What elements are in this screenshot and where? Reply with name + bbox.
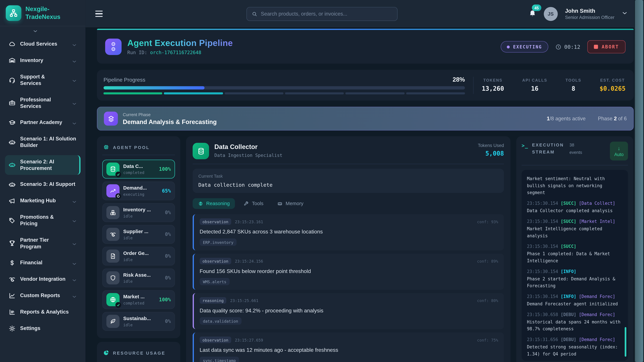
agent-card[interactable]: Sustainab...idle0% <box>102 312 175 331</box>
left-column: AGENT POOL Data C...completed100%Demand.… <box>97 136 180 362</box>
entry-tag: sync.timestamp <box>200 357 239 362</box>
resource-usage-panel: RESOURCE USAGE <box>97 342 180 362</box>
agent-pool-panel: AGENT POOL Data C...completed100%Demand.… <box>97 136 180 338</box>
agent-card[interactable]: Market ...completed100% <box>102 290 175 309</box>
entry-text: Detected 2,847 SKUs across 3 warehouse l… <box>200 229 498 235</box>
agent-card[interactable]: Order Ge...idle0% <box>102 247 175 266</box>
avatar[interactable]: JS <box>544 7 558 21</box>
sidebar-item-label: Partner Tier Program <box>20 237 68 250</box>
auto-scroll-button[interactable]: ↓ Auto <box>610 142 628 161</box>
arrow-down-icon: ↓ <box>618 145 620 151</box>
sidebar-item-financial[interactable]: Financial <box>5 256 80 270</box>
pie-chart-icon <box>103 350 109 356</box>
pipeline-accent-strip <box>97 29 634 30</box>
entry-timestamp: 23:15:23.161 <box>235 219 263 224</box>
sidebar-item-promotions-pricing[interactable]: Promotions & Pricing <box>5 211 80 230</box>
agent-card[interactable]: Data C...completed100% <box>102 160 175 179</box>
chevron-down-icon <box>72 277 77 282</box>
sidebar-item-custom-reports[interactable]: Custom Reports <box>5 289 80 303</box>
sidebar-item-partner-academy[interactable]: Partner Academy <box>5 116 80 129</box>
agent-card[interactable]: Inventory ...idle0% <box>102 203 175 222</box>
tab-label: Memory <box>286 201 304 206</box>
stream-entry: 23:15:31.656 [DEBU] [Demand Forec]Detect… <box>527 336 623 358</box>
sidebar-item-settings[interactable]: Settings <box>5 322 80 335</box>
sidebar-item-label: Scenario 3: AI Support <box>20 181 77 188</box>
tab-memory[interactable]: Memory <box>272 198 309 209</box>
agent-card-percent: 100% <box>159 297 171 303</box>
sidebar-item-reports-analytics[interactable]: Reports & Analytics <box>5 305 80 319</box>
chart-bar-icon <box>8 309 16 316</box>
entry-text: Data quality score: 94.2% - proceeding w… <box>200 307 498 314</box>
page-scrollbar-thumb[interactable] <box>635 0 643 362</box>
agent-card-percent: 65% <box>162 188 171 194</box>
agent-card[interactable]: Demand...executing65% <box>102 181 175 200</box>
notifications-button[interactable]: 45 <box>528 9 536 18</box>
sidebar-item-cloud-services[interactable]: Cloud Services <box>5 37 80 51</box>
agent-card[interactable]: Supplier ...idle0% <box>102 225 175 244</box>
menu-toggle-icon[interactable] <box>95 9 104 18</box>
check-badge-icon <box>116 302 121 308</box>
current-phase-bar: Current Phase Demand Analysis & Forecast… <box>97 107 634 131</box>
sidebar-item-professional-services[interactable]: Professional Services <box>5 93 80 113</box>
sidebar-item-label: Settings <box>20 325 77 332</box>
tab-tools[interactable]: Tools <box>238 198 269 209</box>
agent-card-name: Data C... <box>123 163 155 169</box>
stream-scrollbar-thumb[interactable] <box>625 327 626 357</box>
user-info: John Smith Senior Admission Officer <box>565 8 614 20</box>
page-title: Agent Execution Pipeline <box>127 38 233 48</box>
elapsed-time: 00:12 <box>555 44 580 50</box>
agent-role: Data Ingestion Specialist <box>214 153 282 158</box>
user-menu-chevron-icon[interactable] <box>622 10 628 17</box>
agent-card[interactable]: Risk Asse...idle0% <box>102 269 175 287</box>
search-input[interactable] <box>261 11 392 16</box>
sidebar-item-scenario-1-ai-solution-builder[interactable]: Scenario 1: AI Solution Builder <box>5 132 80 152</box>
database-icon <box>193 143 209 159</box>
chevron-down-icon <box>72 198 77 203</box>
trophy-icon <box>8 240 16 247</box>
chevron-down-icon <box>72 78 77 82</box>
agent-name: Data Collector <box>214 143 282 151</box>
sidebar-item-scenario-3-ai-support[interactable]: Scenario 3: AI Support <box>5 178 80 191</box>
sidebar-item-label: Support & Services <box>20 73 68 87</box>
sidebar-item-marketing-hub[interactable]: Marketing Hub <box>5 194 80 208</box>
sidebar-item-scenario-2-ai-procurement[interactable]: Scenario 2: AI Procurement <box>5 155 80 175</box>
run-id-value: orch-1767116722648 <box>150 50 201 55</box>
entry-tag: WMS.alerts <box>200 278 230 285</box>
reasoning-entry-observation: observation23:15:24.156conf: 89%Found 15… <box>193 254 504 290</box>
check-icon <box>117 173 120 176</box>
stream-entry-message: Data Collector completed analysis <box>527 207 623 214</box>
wrench-icon <box>244 201 249 206</box>
sidebar-item-partial-chevron[interactable] <box>5 28 80 34</box>
stat-api-calls: API CALLS16 <box>522 78 547 92</box>
gear-icon <box>8 325 16 332</box>
entry-timestamp: 23:15:25.661 <box>230 298 258 303</box>
invoice-icon <box>110 253 116 259</box>
sidebar-item-partner-tier-program[interactable]: Partner Tier Program <box>5 233 80 253</box>
page-scrollbar[interactable] <box>634 0 644 362</box>
main-area: 45 JS John Smith Senior Admission Office… <box>85 0 634 362</box>
sidebar-item-inventory[interactable]: Inventory <box>5 54 80 67</box>
sidebar-item-support-services[interactable]: Support & Services <box>5 70 80 90</box>
entry-timestamp: 23:15:24.156 <box>235 259 263 263</box>
robot-icon <box>8 161 16 168</box>
tab-reasoning[interactable]: Reasoning <box>193 198 235 209</box>
entry-confidence: conf: 75% <box>477 338 498 342</box>
entry-type-badge: observation <box>200 337 231 343</box>
tab-label: Tools <box>252 201 264 206</box>
agent-card-percent: 0% <box>165 231 171 237</box>
progress-label: Pipeline Progress <box>104 77 146 83</box>
abort-button[interactable]: ABORT <box>587 40 626 53</box>
handshake-icon <box>8 276 16 283</box>
sidebar-item-label: Financial <box>20 260 68 266</box>
current-task-box: Current Task Data collection complete <box>193 169 504 193</box>
notification-badge: 45 <box>532 4 541 11</box>
stream-entry-message: Market Intelligence completed analysis <box>527 225 623 239</box>
pipeline-title-block: Agent Execution Pipeline Run ID: orch-17… <box>127 38 233 55</box>
current-task-label: Current Task <box>198 174 498 178</box>
dollar-icon <box>8 259 16 267</box>
agent-card-percent: 0% <box>165 319 171 324</box>
sidebar-item-vendor-integration[interactable]: Vendor Integration <box>5 273 80 286</box>
chevron-down-icon <box>72 42 77 46</box>
stream-log[interactable]: Market sentiment: Neutral with bullish s… <box>522 170 628 361</box>
execution-stream-panel: >_ EXECUTION STREAM 38events ↓ Auto Mark… <box>516 136 633 362</box>
